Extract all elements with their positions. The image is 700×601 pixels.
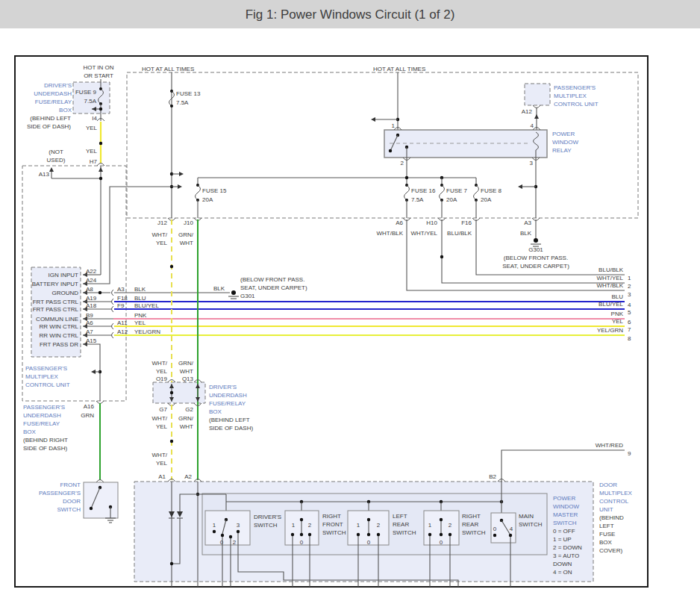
rf-label-3: SWITCH bbox=[322, 529, 346, 536]
master-label-3: MASTER bbox=[553, 511, 578, 518]
conn-f9-wire: BLU/YEL bbox=[134, 302, 159, 309]
ground-g301-mid: G301 bbox=[240, 293, 255, 299]
dmcu-loc-5: COVER) bbox=[599, 547, 622, 554]
g301-right-loc-1: (BELOW FRONT PASS. bbox=[504, 255, 568, 261]
puf-name-3: FUSE/RELAY bbox=[23, 420, 60, 427]
rr-label-2: REAR bbox=[462, 521, 478, 528]
duf-mid-loc-1: (BEHIND LEFT bbox=[209, 417, 250, 423]
rf-pos-2: 2 bbox=[308, 522, 312, 529]
dmcu-loc-1: (BEHIND bbox=[599, 514, 624, 521]
pin-a22: A22 bbox=[86, 268, 97, 275]
a6-wire: WHT/BLK bbox=[376, 230, 403, 237]
wire5-num: 5 bbox=[628, 309, 631, 316]
puf-name-2: UNDERDASH bbox=[23, 412, 61, 419]
not-used-1: (NOT bbox=[49, 149, 63, 155]
fuse16-name: FUSE 16 bbox=[411, 187, 436, 194]
wire2-label: WHT/YEL bbox=[596, 275, 623, 281]
rf-pos-1: 1 bbox=[292, 522, 296, 529]
fuse16-rating: 7.5A bbox=[411, 196, 424, 203]
fuse15-name: FUSE 15 bbox=[202, 187, 227, 194]
rr-pos-1: 1 bbox=[428, 522, 432, 529]
rf-pos-0: 0 bbox=[300, 539, 304, 546]
dmcu-1: DOOR bbox=[599, 482, 617, 488]
pin-a12: A12 bbox=[522, 108, 533, 115]
puf-name-1: PASSENGER'S bbox=[23, 404, 65, 411]
pin-g7: G7 bbox=[159, 406, 167, 413]
duf-top-name-1: DRIVER'S bbox=[44, 82, 72, 89]
puf-name-4: BOX bbox=[23, 429, 37, 435]
legend-1-up: 1 = UP bbox=[553, 536, 572, 543]
pin-j12: J12 bbox=[157, 219, 167, 226]
relay-label-2: WINDOW bbox=[552, 139, 579, 146]
fuse13-rating: 7.5A bbox=[176, 99, 189, 106]
fuse9-rating: 7.5A bbox=[84, 98, 97, 105]
wire1-label: BLU/BLK bbox=[599, 267, 624, 273]
pin-a3-conn: A3 bbox=[524, 219, 531, 226]
title-bar: Fig 1: Power Windows Circuit (1 of 2) bbox=[0, 0, 700, 28]
row-rr-win-ctrl-1: RR WIN CTRL bbox=[40, 323, 79, 330]
conn-b9-wire: PNK bbox=[134, 312, 147, 319]
duf-mid-name-3: FUSE/RELAY bbox=[209, 400, 246, 407]
ground-mid-wire: BLK bbox=[213, 285, 225, 292]
a1-wire-1: WHT/ bbox=[152, 452, 168, 458]
pin-g2: G2 bbox=[185, 406, 193, 413]
wire8-num: 8 bbox=[628, 335, 631, 342]
pin-a18: A18 bbox=[86, 302, 97, 309]
master-label-2: WINDOW bbox=[553, 503, 580, 510]
g7-wire-2: YEL bbox=[156, 423, 168, 430]
wire6-num: 6 bbox=[628, 319, 631, 326]
lr-label-2: REAR bbox=[393, 521, 409, 528]
pmcu-left-name-3: CONTROL UNIT bbox=[25, 382, 70, 388]
drv-pos-1: 1 bbox=[213, 522, 216, 529]
wire-yel-1: YEL bbox=[86, 125, 98, 131]
passenger-multiplex-unit-top-box bbox=[525, 84, 550, 105]
wire3-num: 3 bbox=[628, 291, 631, 298]
wire7-label: YEL bbox=[612, 318, 624, 325]
wire-yel-2: YEL bbox=[86, 148, 98, 155]
rr-pos-0: 0 bbox=[440, 539, 443, 546]
drv-pos-3: 3 bbox=[237, 522, 240, 529]
door-switch-label-3: DOOR bbox=[63, 498, 81, 505]
duf-mid-name-1: DRIVER'S bbox=[209, 384, 237, 390]
conn-f9: F9 bbox=[117, 302, 125, 309]
hot-at-all-times-right: HOT AT ALL TIMES bbox=[373, 66, 425, 72]
f16-wire: BLU/BLK bbox=[447, 230, 472, 237]
row-ign-input: IGN INPUT bbox=[49, 272, 79, 278]
main-pos-0: 0 bbox=[493, 526, 497, 532]
conn-a3-wire: BLK bbox=[134, 286, 146, 293]
g301-mid-loc-1: (BELOW FRONT PASS. bbox=[240, 276, 304, 283]
j10-wire-2: WHT bbox=[180, 240, 193, 246]
rr-label-3: SWITCH bbox=[462, 529, 486, 536]
duf-top-name-2: UNDERDASH bbox=[34, 90, 72, 97]
pin-a6-row: A6 bbox=[86, 320, 93, 326]
pmcu-left-name-1: PASSENGER'S bbox=[25, 365, 67, 372]
o19-wire-2: YEL bbox=[156, 368, 168, 375]
q13-wire-2: WHT bbox=[180, 368, 193, 375]
lr-pos-1: 1 bbox=[357, 522, 360, 529]
relay-pin1: 1 bbox=[392, 122, 396, 129]
rf-label-2: FRONT bbox=[322, 521, 343, 528]
door-switch-label-1: FRONT bbox=[60, 482, 81, 488]
door-switch-label-4: SWITCH bbox=[57, 506, 81, 513]
drv-label-2: SWITCH bbox=[254, 522, 278, 529]
a16-wire: GRN bbox=[81, 412, 94, 419]
a1-wire-2: YEL bbox=[156, 460, 168, 467]
duf-mid-loc-2: SIDE OF DASH) bbox=[209, 425, 253, 432]
legend-3-auto: 3 = AUTO bbox=[553, 552, 579, 559]
lr-label-3: SWITCH bbox=[393, 529, 416, 536]
legend-2-down: 2 = DOWN bbox=[553, 544, 582, 551]
o19-wire-1: WHT/ bbox=[152, 360, 168, 367]
pin-i4: I4 bbox=[92, 115, 97, 122]
pmcu-top-2: MULTIPLEX bbox=[554, 93, 587, 99]
g2-wire-2: WHT bbox=[180, 423, 193, 430]
duf-mid-name-4: BOX bbox=[209, 408, 222, 415]
h10-wire: WHT/YEL bbox=[410, 230, 437, 237]
drv-pos-2: 2 bbox=[233, 539, 237, 546]
ground-g301-right: G301 bbox=[528, 246, 543, 253]
pin-j10: J10 bbox=[184, 219, 193, 226]
conn-a12-wire: YEL/GRN bbox=[134, 328, 160, 335]
lr-pos-0: 0 bbox=[367, 539, 371, 546]
master-label-4: SWITCH bbox=[553, 520, 577, 526]
dmcu-loc-2: LEFT bbox=[599, 523, 614, 529]
or-start-label: OR START bbox=[84, 72, 113, 79]
